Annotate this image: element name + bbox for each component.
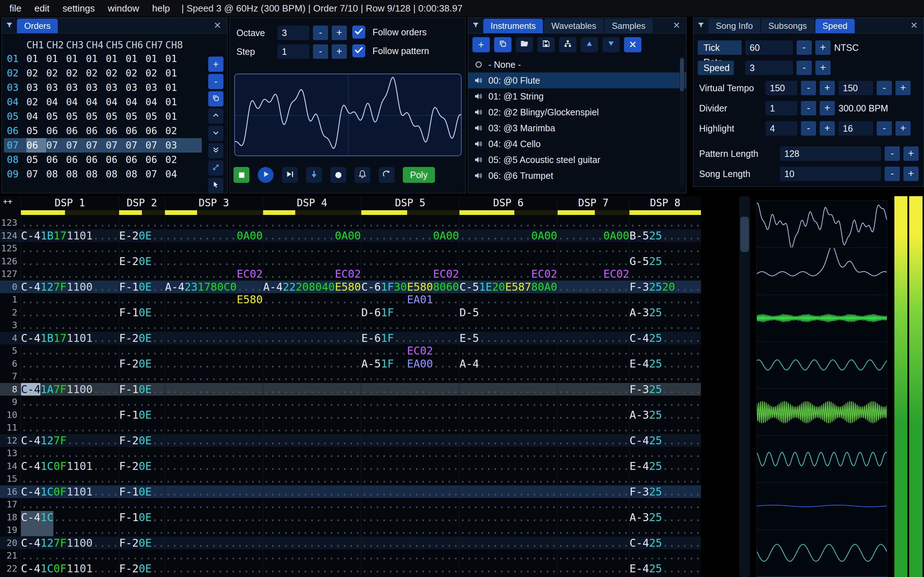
song-length-decrease-button[interactable]: - (885, 167, 900, 181)
orders-cell[interactable]: 07 (26, 167, 46, 181)
pattern-cell[interactable]: ............... (21, 524, 119, 537)
pattern-row[interactable]: 20C-4127F1100....F-20E..................… (0, 537, 701, 550)
orders-cell[interactable]: 06 (46, 153, 66, 167)
instrument-save-button[interactable] (538, 37, 555, 52)
orders-cell[interactable]: 01 (46, 52, 66, 66)
pattern-cell[interactable]: ............... (361, 383, 459, 396)
pattern-cell[interactable]: ............... (263, 242, 361, 255)
play-pattern-button[interactable] (282, 167, 298, 183)
pattern-row[interactable]: 11......................................… (0, 421, 701, 434)
pattern-cell[interactable]: F-10E.. (119, 280, 165, 293)
pattern-cell[interactable]: ............... (361, 524, 459, 537)
pattern-cell[interactable]: ............... (361, 537, 459, 550)
pattern-cell[interactable]: ............... (165, 562, 263, 575)
pattern-cell[interactable]: ............... (21, 409, 119, 422)
pattern-cell[interactable]: B-525...... (629, 229, 701, 242)
pattern-cell[interactable]: C-41B171101.... (21, 229, 119, 242)
pattern-cell[interactable]: F-10E.. (119, 485, 165, 498)
menu-window[interactable]: window (102, 3, 146, 14)
orders-row[interactable]: 010101010101010101 (4, 52, 202, 66)
pattern-cell[interactable]: ............... (459, 498, 557, 511)
pattern-row[interactable]: 2...............F-10E...................… (0, 306, 701, 319)
play-button[interactable] (258, 167, 274, 183)
orders-row[interactable]: 070607070707070703 (4, 138, 202, 153)
pattern-cell[interactable]: ............... (361, 242, 459, 255)
pattern-cell[interactable]: ............... (263, 498, 361, 511)
pattern-cell[interactable]: ............... (165, 344, 263, 357)
pattern-cell[interactable]: ...........E580 (165, 293, 263, 306)
channel-header[interactable]: DSP 6 (459, 196, 557, 216)
pattern-cell[interactable]: ........... (629, 396, 701, 409)
pattern-row[interactable]: 6...............F-20E...................… (0, 357, 701, 371)
pattern-cell[interactable]: ....... (119, 447, 165, 460)
orders-cell[interactable]: 07 (126, 138, 145, 153)
instrument-item[interactable]: 06: @6 Trumpet (468, 168, 686, 184)
pattern-cell[interactable]: ............... (165, 216, 263, 229)
pattern-cell[interactable]: ............... (21, 293, 119, 306)
pattern-cell[interactable]: ........... (629, 319, 701, 332)
menu-edit[interactable]: edit (28, 3, 56, 14)
pattern-cell[interactable]: ............... (459, 485, 557, 498)
pattern-cell[interactable]: ............... (165, 409, 263, 422)
pattern-cell[interactable]: ........... (557, 255, 629, 268)
panel-menu-icon[interactable] (468, 17, 483, 33)
instrument-item[interactable]: 00: @0 Flute (468, 73, 686, 89)
pattern-cell[interactable]: ........... (629, 242, 701, 255)
orders-cell[interactable]: 01 (26, 52, 46, 66)
pattern-cell[interactable]: ............... (21, 216, 119, 229)
pattern-cell[interactable]: ............... (21, 268, 119, 280)
orders-cell[interactable]: 06 (66, 124, 86, 138)
channel-header[interactable]: DSP 3 (165, 196, 263, 216)
pattern-cell[interactable]: ............... (21, 319, 119, 332)
pattern-row[interactable]: 21......................................… (0, 549, 701, 562)
pattern-cell[interactable]: ........... (557, 293, 629, 306)
pattern-cell[interactable]: ............... (21, 396, 119, 409)
pattern-cell[interactable]: ............... (263, 511, 361, 524)
instrument-move-up-button[interactable] (581, 37, 598, 52)
pattern-cell[interactable]: ............... (361, 472, 459, 485)
order-add-button[interactable]: + (208, 56, 223, 72)
close-icon[interactable]: ✕ (208, 17, 227, 33)
orders-cell[interactable]: 06 (145, 153, 165, 167)
tab-instruments[interactable]: Instruments (483, 19, 543, 33)
pattern-cell[interactable]: ............... (165, 434, 263, 447)
pattern-cell[interactable]: ........... (629, 293, 701, 306)
pattern-cell[interactable]: ............... (361, 216, 459, 229)
orders-cell[interactable]: 04 (66, 95, 86, 109)
orders-cell[interactable]: 06 (86, 153, 106, 167)
pattern-row[interactable]: 18C-41C..........F-10E..................… (0, 511, 701, 524)
pattern-cell[interactable]: .......EA01.... (361, 293, 459, 306)
highlight-first-decrease-button[interactable]: - (801, 121, 816, 135)
instrument-item[interactable]: 05: @5 Acoustic steel guitar (468, 152, 686, 168)
pattern-cell[interactable]: C-425...... (629, 434, 701, 447)
pattern-length-increase-button[interactable]: + (903, 147, 919, 161)
pattern-cell[interactable]: ........... (629, 216, 701, 229)
pattern-row[interactable]: 126...............E-20E.................… (0, 255, 701, 268)
speed-input[interactable]: 3 (745, 61, 793, 75)
pattern-row[interactable]: 17......................................… (0, 498, 701, 511)
orders-cell[interactable]: 08 (66, 167, 86, 181)
pattern-cell[interactable]: ........... (557, 537, 629, 550)
pattern-cell[interactable]: C-61F30E5808060 (361, 280, 459, 293)
pattern-cell[interactable]: ........... (629, 268, 701, 280)
orders-cell[interactable]: 02 (86, 66, 106, 81)
pattern-cell[interactable]: A-422208040E580 (263, 280, 361, 293)
pattern-cell[interactable]: D-5............ (459, 306, 557, 319)
orders-cell[interactable]: 03 (106, 81, 126, 95)
pattern-cell[interactable]: ............... (165, 242, 263, 255)
highlight-first-input[interactable]: 4 (766, 121, 797, 135)
menu-file[interactable]: file (3, 3, 28, 14)
record-button[interactable] (330, 167, 346, 183)
follow-orders-checkbox[interactable] (352, 26, 365, 39)
menu-settings[interactable]: settings (56, 3, 102, 14)
pattern-cell[interactable]: ........... (629, 421, 701, 434)
pattern-cell[interactable]: ............... (263, 306, 361, 319)
pattern-cell[interactable]: ............... (459, 344, 557, 357)
virtual-tempo-num-decrease-button[interactable]: - (801, 81, 816, 95)
follow-pattern-checkbox[interactable] (352, 44, 365, 57)
instrument-none[interactable]: - None - (468, 56, 686, 73)
pattern-cell[interactable]: F-20E.. (119, 434, 165, 447)
tick-rate-label[interactable]: Tick Rate (698, 40, 742, 55)
pattern-cell[interactable]: ............... (21, 344, 119, 357)
pattern-cell[interactable]: ........... (557, 242, 629, 255)
